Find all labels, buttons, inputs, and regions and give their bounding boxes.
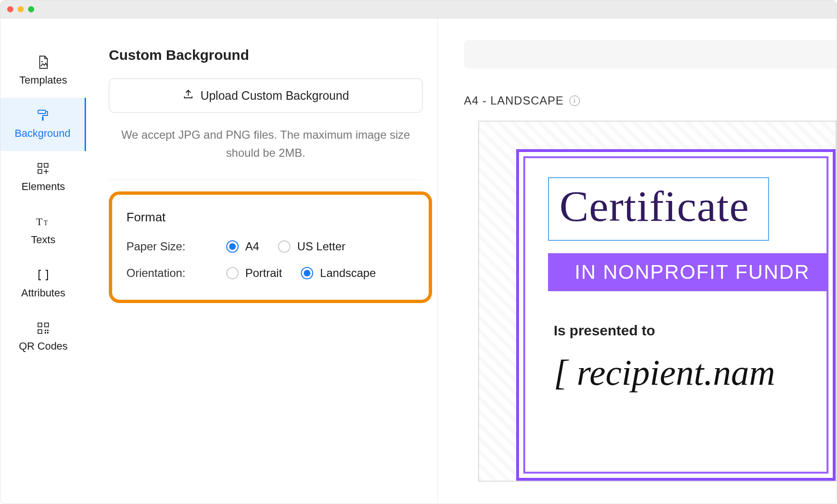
radio-label: A4 [245, 240, 259, 253]
radio-icon [226, 267, 239, 279]
canvas-area: A4 - LANDSCAPE i Certificate IN NONPROFI… [438, 19, 837, 504]
svg-text:T: T [36, 216, 43, 228]
radio-label: US Letter [297, 240, 345, 253]
upload-background-button[interactable]: Upload Custom Background [109, 78, 423, 113]
paper-size-label: Paper Size: [126, 240, 226, 253]
svg-rect-10 [38, 330, 42, 333]
svg-point-0 [41, 61, 43, 63]
sidebar-item-label: Attributes [21, 287, 66, 299]
svg-rect-8 [38, 323, 42, 327]
canvas-size-text: A4 - LANDSCAPE [464, 94, 564, 107]
certificate-canvas[interactable]: Certificate IN NONPROFIT FUNDR Is presen… [478, 121, 837, 482]
canvas-size-label: A4 - LANDSCAPE i [464, 94, 837, 107]
text-size-icon: T T [36, 215, 50, 229]
svg-rect-1 [38, 110, 46, 114]
left-sidebar: Templates Background [0, 19, 86, 504]
radio-icon [301, 267, 313, 279]
orientation-label: Orientation: [126, 266, 226, 280]
panel-title: Custom Background [109, 47, 418, 63]
sidebar-item-elements[interactable]: Elements [0, 151, 86, 204]
sidebar-item-qrcodes[interactable]: QR Codes [0, 311, 86, 364]
brackets-icon [36, 268, 50, 282]
upload-hint: We accept JPG and PNG files. The maximum… [109, 126, 423, 162]
upload-button-label: Upload Custom Background [201, 89, 349, 103]
panel-divider [109, 180, 423, 180]
sidebar-item-background[interactable]: Background [0, 98, 86, 151]
radio-a4[interactable]: A4 [226, 240, 259, 253]
sidebar-item-label: Templates [19, 74, 67, 86]
window-titlebar [0, 0, 837, 19]
svg-rect-4 [44, 163, 48, 167]
minimize-window-button[interactable] [18, 6, 24, 12]
radio-label: Landscape [320, 266, 375, 280]
certificate-recipient-placeholder[interactable]: [ recipient.nam [554, 352, 827, 393]
svg-rect-11 [45, 330, 46, 331]
sidebar-item-label: QR Codes [19, 340, 68, 352]
content-row: Templates Background [0, 19, 837, 504]
sidebar-item-label: Elements [21, 181, 65, 193]
svg-text:T: T [44, 219, 48, 227]
radio-icon [226, 240, 239, 253]
svg-rect-3 [38, 163, 42, 167]
info-icon[interactable]: i [569, 95, 580, 106]
radio-portrait[interactable]: Portrait [226, 266, 282, 280]
settings-panel: Custom Background Upload Custom Backgrou… [86, 19, 438, 504]
certificate-presented-to[interactable]: Is presented to [554, 323, 827, 339]
svg-rect-13 [45, 332, 46, 333]
paper-size-row: Paper Size: A4 US Letter [126, 240, 414, 253]
svg-rect-12 [47, 330, 48, 331]
grid-add-icon [36, 162, 50, 176]
toolbar-strip [464, 40, 837, 68]
certificate-title: Certificate [559, 182, 749, 230]
radio-icon [278, 240, 290, 253]
svg-rect-14 [47, 332, 48, 333]
certificate-border-outer: Certificate IN NONPROFIT FUNDR Is presen… [516, 149, 836, 481]
orientation-radio-group: Portrait Landscape [226, 266, 376, 280]
close-window-button[interactable] [7, 6, 13, 12]
sidebar-item-texts[interactable]: T T Texts [0, 204, 86, 257]
svg-rect-9 [45, 323, 48, 327]
app-window: Templates Background [0, 0, 837, 504]
sidebar-item-attributes[interactable]: Attributes [0, 257, 86, 311]
upload-icon [183, 88, 194, 103]
svg-rect-5 [38, 170, 42, 173]
format-title: Format [126, 210, 414, 225]
format-section-highlight: Format Paper Size: A4 US Letter [109, 191, 432, 303]
certificate-border-inner: Certificate IN NONPROFIT FUNDR Is presen… [523, 156, 828, 474]
certificate-title-selection[interactable]: Certificate [548, 177, 769, 241]
orientation-row: Orientation: Portrait Landscape [126, 266, 414, 280]
sidebar-item-label: Background [15, 127, 70, 140]
qrcode-icon [36, 321, 50, 335]
sidebar-item-templates[interactable]: Templates [0, 45, 86, 98]
radio-landscape[interactable]: Landscape [301, 266, 375, 280]
certificate-subtitle-band[interactable]: IN NONPROFIT FUNDR [548, 253, 827, 291]
svg-rect-2 [42, 117, 43, 121]
radio-us-letter[interactable]: US Letter [278, 240, 345, 253]
file-image-icon [36, 55, 50, 69]
paint-roller-icon [36, 108, 50, 123]
maximize-window-button[interactable] [28, 6, 34, 12]
radio-label: Portrait [245, 266, 282, 280]
paper-size-radio-group: A4 US Letter [226, 240, 346, 253]
sidebar-item-label: Texts [31, 234, 55, 246]
